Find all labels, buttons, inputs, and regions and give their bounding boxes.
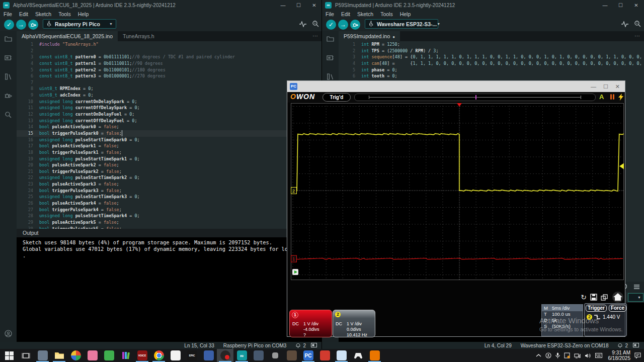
home-icon[interactable] <box>612 292 624 303</box>
pause-button[interactable] <box>610 94 614 100</box>
pink-utility-app[interactable] <box>84 349 101 362</box>
verify-button[interactable]: ✓ <box>326 20 336 30</box>
library-manager-icon[interactable] <box>326 72 335 81</box>
small-tool[interactable] <box>267 349 283 362</box>
serial-monitor-icon[interactable] <box>634 20 641 29</box>
task-view-button[interactable] <box>18 349 34 362</box>
sketchbook-icon[interactable] <box>326 34 335 43</box>
auto-button[interactable]: A <box>599 93 604 101</box>
tray-keyboard-icon[interactable] <box>595 353 602 358</box>
cursor-position[interactable]: Ln 15, Col 33 <box>184 343 214 348</box>
trigger-button[interactable]: Trigger <box>586 305 607 312</box>
game-controller-app[interactable] <box>350 349 366 362</box>
autoset-icon[interactable] <box>618 94 624 103</box>
file-explorer[interactable] <box>51 349 67 362</box>
serial-toggle-icon[interactable] <box>633 343 639 348</box>
minimize-button[interactable]: — <box>275 0 291 10</box>
upload-button[interactable]: → <box>16 20 26 30</box>
paint-app[interactable] <box>67 349 84 362</box>
menu-tools[interactable]: Tools <box>377 10 396 18</box>
maximize-button[interactable]: ☐ <box>291 0 306 10</box>
cursor-position[interactable]: Ln 4, Col 29 <box>485 343 512 348</box>
debug-icon[interactable] <box>4 92 13 100</box>
refresh-icon[interactable]: ↻ <box>581 293 587 301</box>
upload-button[interactable]: → <box>338 20 348 30</box>
tray-microphone-icon[interactable] <box>555 352 560 358</box>
channel1-info-box[interactable]: 1 DC 1 V /div -4.0divs ? <box>289 310 332 337</box>
chrome[interactable] <box>150 349 167 362</box>
epic-games[interactable]: EPIC <box>184 349 200 362</box>
serial-plotter-icon[interactable] <box>299 20 307 29</box>
notifications-icon[interactable] <box>295 342 301 349</box>
serial-toggle-icon[interactable] <box>311 343 317 348</box>
scope-maximize-button[interactable]: ☐ <box>603 83 608 90</box>
board-port-status[interactable]: Raspberry Pi Pico on COM3 <box>223 343 287 348</box>
serial-plotter-icon[interactable] <box>621 20 629 29</box>
notes-app[interactable] <box>333 349 350 362</box>
tray-network-icon[interactable] <box>574 353 581 358</box>
board-selector[interactable]: Waveshare ESP32-S3-...▼ <box>365 19 438 29</box>
trigger-position-marker[interactable] <box>475 95 476 100</box>
library-manager-icon[interactable] <box>4 72 13 81</box>
sketchbook-icon[interactable] <box>4 34 13 43</box>
winrar[interactable] <box>117 349 134 362</box>
start-button[interactable] <box>1 349 18 362</box>
oscilloscope-app[interactable] <box>217 349 233 362</box>
tray-person-icon[interactable] <box>545 352 551 358</box>
scope-minimize-button[interactable]: — <box>591 83 596 90</box>
taskbar-clock[interactable]: 9:31 AM6/18/2025 <box>608 350 631 361</box>
menu-help[interactable]: Help <box>74 10 93 18</box>
account-icon[interactable] <box>4 329 13 338</box>
gimp[interactable] <box>283 349 300 362</box>
baud-rate-dropdown[interactable]: ▼ <box>628 293 643 302</box>
serial-monitor-icon[interactable] <box>312 20 319 29</box>
menu-tools[interactable]: Tools <box>55 10 74 18</box>
green-globe-app[interactable] <box>101 349 117 362</box>
tray-app-badge-icon[interactable] <box>564 352 570 358</box>
blender[interactable] <box>366 349 383 362</box>
photos-app[interactable] <box>34 349 51 362</box>
serial-menu-icon[interactable] <box>633 283 640 292</box>
menu-file[interactable]: File <box>322 10 338 18</box>
tab-P59SImupdated.ino[interactable]: P59SImupdated.ino● <box>339 31 400 41</box>
close-button[interactable]: ✕ <box>306 0 322 10</box>
minimize-button[interactable]: — <box>597 0 613 10</box>
scope-close-button[interactable]: ✕ <box>615 83 620 90</box>
pc-suite[interactable]: PC <box>300 349 316 362</box>
action-center-icon[interactable] <box>634 352 641 358</box>
red-app[interactable] <box>316 349 333 362</box>
notepad[interactable] <box>167 349 184 362</box>
tab-TuneArrays.h[interactable]: TuneArrays.h <box>118 31 159 41</box>
menu-edit[interactable]: Edit <box>338 10 354 18</box>
boards-manager-icon[interactable] <box>4 53 13 62</box>
menu-help[interactable]: Help <box>396 10 415 18</box>
menu-file[interactable]: File <box>0 10 16 18</box>
notifications-icon[interactable] <box>617 342 623 349</box>
word-app[interactable] <box>200 349 217 362</box>
search-icon[interactable] <box>4 111 13 119</box>
output-panel-title[interactable]: Output <box>17 229 322 237</box>
tray-chevron-icon[interactable] <box>536 353 541 357</box>
maximize-button[interactable]: ☐ <box>613 0 628 10</box>
close-button[interactable]: ✕ <box>628 0 644 10</box>
board-port-status[interactable]: Waveshare ESP32-S3-Zero on COM18 <box>521 343 609 348</box>
boards-manager-icon[interactable] <box>326 53 335 62</box>
tray-speaker-icon[interactable] <box>585 353 591 358</box>
force-button[interactable]: Force <box>609 305 626 312</box>
voicemeeter[interactable]: VOICE <box>134 349 150 362</box>
menu-edit[interactable]: Edit <box>16 10 32 18</box>
tab-overflow-button[interactable]: ··· <box>312 31 322 41</box>
tab-AlphaV8SequentialECU6_18_2025.ino[interactable]: AlphaV8SequentialECU6_18_2025.ino <box>17 31 118 41</box>
channel2-info-box[interactable]: 2 DC 1 V /div 0.0divs 10.412 Hz <box>333 310 375 337</box>
horizontal-position-slider[interactable] <box>354 94 596 101</box>
calculator-app[interactable] <box>250 349 267 362</box>
debug-button[interactable] <box>28 20 38 30</box>
verify-button[interactable]: ✓ <box>4 20 14 30</box>
tab-overflow-button[interactable]: ··· <box>634 31 644 41</box>
scope-titlebar[interactable]: PC — ☐ ✕ <box>287 81 625 92</box>
save-icon[interactable] <box>590 294 597 301</box>
debug-button[interactable] <box>350 20 360 30</box>
display-windows-icon[interactable] <box>601 294 608 301</box>
menu-sketch[interactable]: Sketch <box>354 10 377 18</box>
code-editor[interactable]: 1#include "TuneArrays.h"23const uint8_t … <box>17 41 322 229</box>
